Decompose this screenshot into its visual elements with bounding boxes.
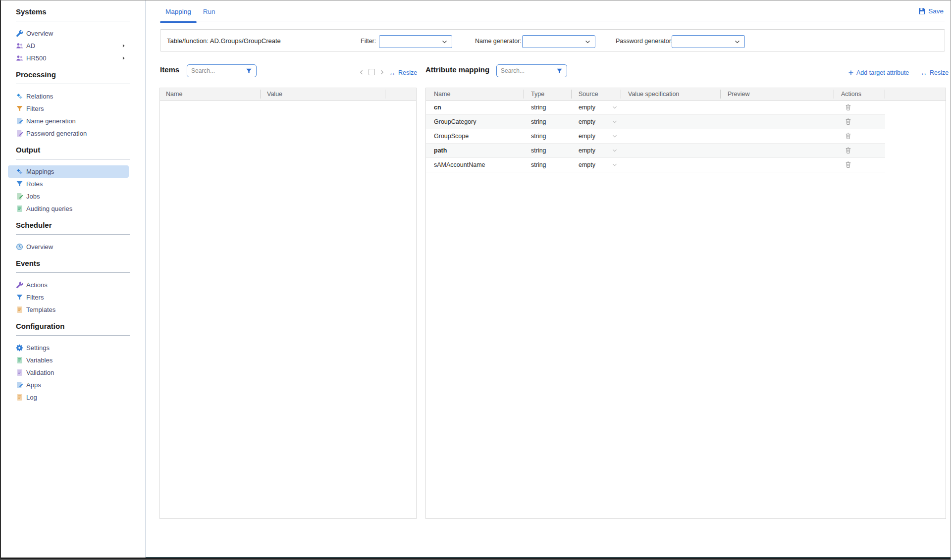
source-dropdown-chevron-icon[interactable] bbox=[612, 119, 618, 125]
sidebar-item-systems-overview[interactable]: Overview bbox=[8, 27, 129, 40]
sidebar-item-settings[interactable]: Settings bbox=[8, 342, 129, 354]
sidebar-item-apps[interactable]: Apps bbox=[8, 379, 129, 391]
table-row[interactable]: path string empty bbox=[426, 144, 885, 158]
attribute-mapping-resize-button[interactable]: ↔ Resize bbox=[920, 69, 949, 76]
add-target-attribute-button[interactable]: Add target attribute bbox=[848, 69, 909, 76]
delete-attribute-button[interactable] bbox=[845, 161, 852, 168]
app-window: Systems Overview AD HR500 Processing bbox=[0, 0, 951, 560]
page-indicator-box[interactable] bbox=[369, 69, 375, 75]
table-row[interactable]: GroupScope string empty bbox=[426, 129, 885, 144]
resize-arrows-icon: ↔ bbox=[389, 69, 396, 76]
column-separator[interactable] bbox=[720, 90, 721, 99]
section-divider bbox=[16, 272, 130, 273]
attribute-name: cn bbox=[434, 104, 441, 111]
sidebar-item-jobs[interactable]: Jobs bbox=[8, 190, 129, 203]
column-separator[interactable] bbox=[621, 90, 621, 99]
column-separator[interactable] bbox=[571, 90, 572, 99]
sidebar-section-systems: Systems Overview AD HR500 bbox=[2, 7, 145, 64]
column-separator[interactable] bbox=[260, 90, 261, 99]
table-row[interactable]: GroupCategory string empty bbox=[426, 115, 885, 129]
resize-label: Resize bbox=[930, 69, 949, 76]
password-generator-select[interactable] bbox=[672, 35, 745, 48]
column-header-value: Value bbox=[267, 91, 282, 98]
attribute-mapping-search-input[interactable] bbox=[497, 67, 554, 74]
sidebar-item-password-generation[interactable]: Password generation bbox=[8, 127, 129, 140]
items-search-input[interactable] bbox=[187, 67, 244, 74]
sidebar-item-roles[interactable]: Roles bbox=[8, 178, 129, 190]
sidebar-section-events: Events Actions Filters Templates bbox=[2, 259, 145, 316]
source-dropdown-chevron-icon[interactable] bbox=[612, 104, 618, 110]
save-button[interactable]: Save bbox=[918, 7, 944, 15]
tab-run[interactable]: Run bbox=[197, 6, 221, 17]
caret-right-icon[interactable] bbox=[121, 43, 126, 49]
people-icon bbox=[16, 54, 23, 62]
sidebar-item-mappings[interactable]: Mappings bbox=[8, 165, 129, 178]
sidebar-item-label: Overview bbox=[26, 243, 53, 251]
sidebar-section-configuration: Configuration Settings Variables Validat… bbox=[2, 322, 145, 404]
tab-mapping[interactable]: Mapping bbox=[159, 6, 197, 17]
table-row[interactable]: sAMAccountName string empty bbox=[426, 158, 885, 172]
gear-icon bbox=[16, 344, 23, 352]
column-separator[interactable] bbox=[834, 90, 834, 99]
column-separator[interactable] bbox=[885, 90, 885, 99]
sidebar-item-scheduler-overview[interactable]: Overview bbox=[8, 241, 129, 253]
filter-select[interactable] bbox=[379, 35, 452, 48]
source-dropdown-chevron-icon[interactable] bbox=[612, 162, 618, 168]
sidebar-item-actions[interactable]: Actions bbox=[8, 279, 129, 291]
sidebar-item-label: Jobs bbox=[26, 193, 40, 200]
add-target-attribute-label: Add target attribute bbox=[856, 69, 909, 76]
page-next-icon[interactable] bbox=[379, 69, 385, 75]
sidebar-item-label: Mappings bbox=[26, 168, 54, 175]
page-previous-icon[interactable] bbox=[359, 69, 365, 75]
delete-attribute-button[interactable] bbox=[845, 132, 852, 140]
sidebar-item-label: Roles bbox=[26, 180, 43, 188]
column-header-name: Name bbox=[166, 91, 182, 98]
attribute-mapping-search-box bbox=[496, 64, 567, 77]
attribute-mapping-rows: cn string empty GroupCategory string emp… bbox=[426, 101, 885, 172]
doc-pen-icon bbox=[16, 381, 23, 389]
column-header-source: Source bbox=[579, 91, 598, 98]
sidebar-item-relations[interactable]: Relations bbox=[8, 90, 129, 102]
name-generator-select[interactable] bbox=[522, 35, 595, 48]
doc-icon bbox=[16, 356, 23, 364]
section-title-configuration: Configuration bbox=[16, 322, 145, 330]
sidebar-item-processing-filters[interactable]: Filters bbox=[8, 102, 129, 115]
column-header-type: Type bbox=[531, 91, 544, 98]
doc-icon bbox=[16, 394, 23, 401]
sidebar-section-output: Output Mappings Roles Jobs Auditing quer… bbox=[2, 146, 145, 215]
sidebar-item-events-filters[interactable]: Filters bbox=[8, 291, 129, 304]
delete-attribute-button[interactable] bbox=[845, 118, 852, 125]
items-panel-title: Items bbox=[160, 65, 179, 74]
caret-right-icon[interactable] bbox=[121, 55, 126, 61]
funnel-icon[interactable] bbox=[246, 68, 252, 74]
sidebar-item-hr500[interactable]: HR500 bbox=[8, 52, 129, 64]
column-separator[interactable] bbox=[385, 90, 385, 99]
sidebar-item-auditing-queries[interactable]: Auditing queries bbox=[8, 203, 129, 215]
sidebar-item-log[interactable]: Log bbox=[8, 391, 129, 404]
attribute-type: string bbox=[531, 161, 546, 168]
delete-attribute-button[interactable] bbox=[845, 147, 852, 154]
funnel-icon[interactable] bbox=[556, 68, 563, 74]
sidebar-item-validation[interactable]: Validation bbox=[8, 366, 129, 379]
attribute-type: string bbox=[531, 118, 546, 125]
items-table-header: Name Value bbox=[160, 88, 416, 101]
chevron-down-icon bbox=[584, 39, 591, 45]
sidebar-section-scheduler: Scheduler Overview bbox=[2, 221, 145, 253]
delete-attribute-button[interactable] bbox=[845, 103, 852, 111]
table-row[interactable]: cn string empty bbox=[426, 101, 885, 115]
sidebar-item-name-generation[interactable]: Name generation bbox=[8, 115, 129, 127]
source-dropdown-chevron-icon[interactable] bbox=[612, 148, 618, 153]
attribute-name: path bbox=[434, 147, 447, 154]
section-title-systems: Systems bbox=[16, 7, 145, 16]
sidebar-item-templates[interactable]: Templates bbox=[8, 304, 129, 316]
column-header-value-specification: Value specification bbox=[628, 91, 679, 98]
sidebar-item-label: Auditing queries bbox=[26, 205, 72, 212]
sidebar-item-label: Name generation bbox=[26, 117, 76, 125]
sidebar-item-ad[interactable]: AD bbox=[8, 40, 129, 52]
sidebar-item-variables[interactable]: Variables bbox=[8, 354, 129, 366]
items-resize-button[interactable]: ↔ Resize bbox=[389, 69, 417, 76]
sidebar-item-label: Relations bbox=[26, 93, 53, 100]
filter-label: Filter: bbox=[361, 38, 376, 45]
source-dropdown-chevron-icon[interactable] bbox=[612, 133, 618, 139]
column-separator[interactable] bbox=[524, 90, 524, 99]
